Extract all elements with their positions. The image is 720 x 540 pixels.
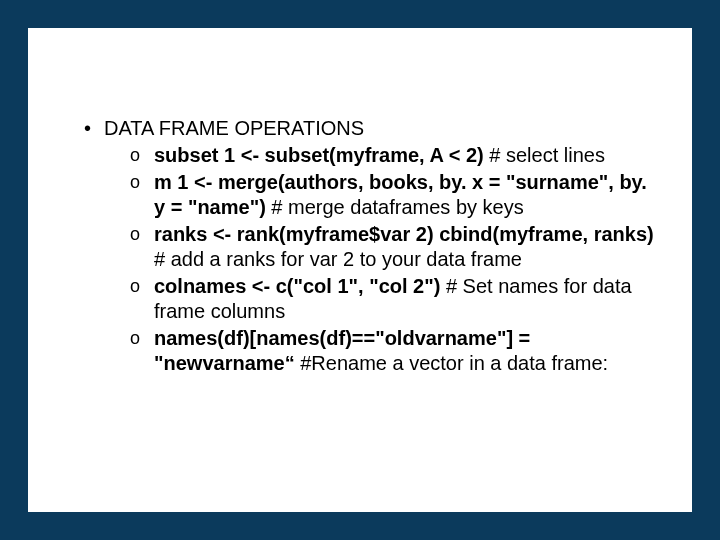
list-item: colnames <- c("col 1", "col 2") # Set na…	[130, 274, 658, 324]
sub-list: subset 1 <- subset(myframe, A < 2) # sel…	[104, 143, 658, 376]
top-list: DATA FRAME OPERATIONS subset 1 <- subset…	[62, 116, 658, 376]
top-item: DATA FRAME OPERATIONS subset 1 <- subset…	[84, 116, 658, 376]
code-span: subset 1 <- subset(myframe, A < 2)	[154, 144, 484, 166]
list-item: m 1 <- merge(authors, books, by. x = "su…	[130, 170, 658, 220]
comment-span: #Rename a vector in a data frame:	[295, 352, 609, 374]
slide: DATA FRAME OPERATIONS subset 1 <- subset…	[28, 28, 692, 512]
code-span: ranks <- rank(myframe$var 2) cbind(myfra…	[154, 223, 654, 245]
comment-span: # merge dataframes by keys	[266, 196, 524, 218]
list-item: ranks <- rank(myframe$var 2) cbind(myfra…	[130, 222, 658, 272]
code-span: colnames <- c("col 1", "col 2")	[154, 275, 440, 297]
heading: DATA FRAME OPERATIONS	[104, 117, 364, 139]
list-item: names(df)[names(df)=="oldvarname"] = "ne…	[130, 326, 658, 376]
comment-span: # add a ranks for var 2 to your data fra…	[154, 248, 522, 270]
comment-span: # select lines	[484, 144, 605, 166]
list-item: subset 1 <- subset(myframe, A < 2) # sel…	[130, 143, 658, 168]
content-block: DATA FRAME OPERATIONS subset 1 <- subset…	[62, 116, 658, 376]
